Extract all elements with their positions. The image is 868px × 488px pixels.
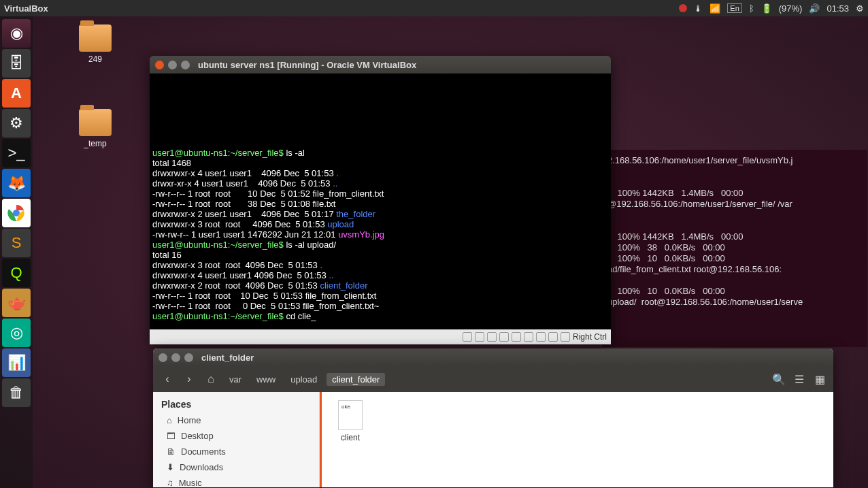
virtualbox-vm-window: ubuntu server ns1 [Running] - Oracle VM …	[150, 56, 611, 344]
software-center-icon[interactable]: A	[2, 79, 31, 108]
wifi-icon[interactable]: 📶	[710, 3, 720, 14]
desktop-folder-temp[interactable]: _temp	[75, 109, 116, 148]
vm-titlebar[interactable]: ubuntu server ns1 [Running] - Oracle VM …	[150, 56, 611, 74]
bluetooth-icon[interactable]: ᛒ	[749, 3, 754, 14]
app-blue-icon[interactable]: 📊	[2, 348, 31, 377]
view-grid-icon[interactable]: ▦	[812, 371, 828, 387]
vm-shared-icon[interactable]	[512, 332, 521, 342]
background-terminal[interactable]: 2.168.56.106:/home/user1/server_file/uvs…	[602, 150, 867, 347]
chrome-icon[interactable]	[2, 199, 31, 227]
sidebar-downloads[interactable]: ⬇Downloads	[153, 459, 319, 475]
app-green-icon[interactable]: ◎	[2, 319, 31, 347]
files-icon[interactable]: 🗄	[2, 49, 31, 78]
view-list-icon[interactable]: ☰	[791, 371, 807, 387]
battery-icon[interactable]: 🔋	[761, 3, 772, 14]
file-label: client	[341, 433, 360, 442]
minimize-button[interactable]	[168, 61, 177, 69]
music-icon: ♫	[167, 478, 173, 488]
fm-toolbar: ‹ › ⌂ var www upload client_folder 🔍 ☰ ▦	[153, 366, 833, 392]
search-icon[interactable]: 🔍	[771, 371, 787, 387]
vm-display-icon[interactable]	[524, 332, 533, 342]
thermometer-icon[interactable]: 🌡	[694, 3, 703, 14]
top-menu-bar: VirtualBox 🌡 📶 En ᛒ 🔋 (97%) 🔊 01:53 ⚙	[0, 0, 868, 16]
downloads-icon: ⬇	[167, 462, 174, 472]
fm-sidebar: Places ⌂Home 🗔Desktop 🗎Documents ⬇Downlo…	[153, 392, 320, 487]
maximize-button[interactable]	[184, 353, 193, 362]
desktop-icon: 🗔	[167, 431, 176, 441]
clock[interactable]: 01:53	[827, 3, 849, 14]
sidebar-music[interactable]: ♫Music	[153, 475, 319, 488]
desktop-folder-249[interactable]: 249	[75, 25, 116, 64]
system-tray: 🌡 📶 En ᛒ 🔋 (97%) 🔊 01:53 ⚙	[679, 3, 864, 14]
sublime-icon[interactable]: S	[2, 229, 31, 257]
fm-titlebar[interactable]: client_folder	[153, 348, 833, 366]
volume-icon[interactable]: 🔊	[809, 3, 820, 14]
language-indicator[interactable]: En	[727, 3, 741, 13]
vm-key-icon[interactable]	[561, 332, 570, 342]
vm-rec-icon[interactable]	[536, 332, 546, 342]
vm-window-title: ubuntu server ns1 [Running] - Oracle VM …	[198, 60, 416, 70]
vm-mouse-icon[interactable]	[548, 332, 558, 342]
maximize-button[interactable]	[181, 61, 190, 69]
fm-file-area[interactable]: client	[320, 392, 833, 487]
record-icon[interactable]	[679, 4, 687, 12]
vm-net-icon[interactable]	[487, 332, 497, 342]
forward-button[interactable]: ›	[180, 370, 198, 388]
file-manager-window: client_folder ‹ › ⌂ var www upload clien…	[153, 348, 833, 487]
folder-icon	[79, 25, 112, 52]
settings-icon[interactable]: ⚙	[2, 109, 31, 137]
folder-icon	[79, 109, 112, 136]
folder-label: _temp	[84, 139, 106, 148]
sidebar-desktop[interactable]: 🗔Desktop	[153, 428, 319, 444]
app-q-icon[interactable]: Q	[2, 259, 31, 287]
file-client[interactable]: client	[330, 400, 371, 442]
file-icon	[338, 400, 363, 430]
folder-label: 249	[88, 54, 102, 64]
firefox-icon[interactable]: 🦊	[2, 169, 31, 197]
unity-launcher: ◉ 🗄 A ⚙ >_ 🦊 S Q 🫖 ◎ 📊 🗑	[0, 16, 33, 488]
gear-icon[interactable]: ⚙	[856, 3, 864, 14]
breadcrumb-var[interactable]: var	[224, 373, 247, 386]
sidebar-home[interactable]: ⌂Home	[153, 412, 319, 428]
close-button[interactable]	[158, 353, 167, 362]
home-icon: ⌂	[167, 415, 172, 425]
close-button[interactable]	[155, 61, 164, 69]
breadcrumb-upload[interactable]: upload	[285, 373, 322, 386]
vm-status-bar: Right Ctrl	[150, 329, 611, 344]
vm-terminal-output[interactable]: user1@ubuntu-ns1:~/server_file$ ls -al t…	[150, 74, 611, 329]
battery-percent: (97%)	[779, 3, 803, 14]
breadcrumb-clientfolder[interactable]: client_folder	[327, 373, 385, 386]
sidebar-header: Places	[153, 396, 319, 412]
fm-window-title: client_folder	[201, 353, 254, 363]
dash-icon[interactable]: ◉	[2, 19, 31, 48]
vm-cd-icon[interactable]	[463, 332, 472, 342]
computer-icon[interactable]: ⌂	[202, 370, 220, 388]
vm-usb-icon[interactable]	[499, 332, 509, 342]
back-button[interactable]: ‹	[158, 370, 176, 388]
sidebar-documents[interactable]: 🗎Documents	[153, 444, 319, 459]
vm-hd-icon[interactable]	[475, 332, 484, 342]
app-title: VirtualBox	[4, 3, 48, 14]
documents-icon: 🗎	[167, 446, 176, 457]
trash-icon[interactable]: 🗑	[2, 378, 31, 407]
teapot-icon[interactable]: 🫖	[2, 289, 31, 317]
terminal-icon[interactable]: >_	[2, 139, 31, 167]
vm-hostkey-label: Right Ctrl	[573, 332, 607, 342]
minimize-button[interactable]	[171, 353, 180, 362]
breadcrumb-www[interactable]: www	[251, 373, 281, 386]
